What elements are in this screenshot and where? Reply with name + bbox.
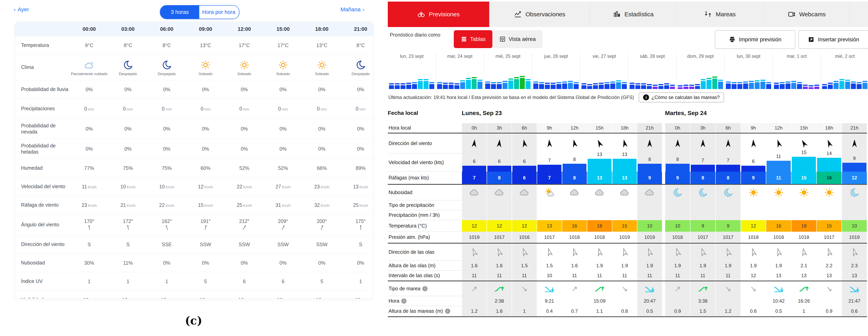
toggle-tablas[interactable]: Tablas [454, 30, 492, 48]
how-tides-link[interactable]: i ¿Cómo se calculan las mareas? [639, 92, 724, 102]
row-label: Nubosidad [388, 185, 462, 200]
tab-observaciones[interactable]: Observaciones [489, 2, 590, 27]
value-cell: 0% [341, 146, 373, 152]
info-icon[interactable]: i [445, 309, 450, 314]
wind-angle-cell: 170° [70, 219, 108, 231]
day-column[interactable]: mié, 2 oct [821, 53, 868, 89]
value-cell: 31Km/h [264, 202, 303, 208]
day-column[interactable]: mié, 25 sept [484, 53, 532, 89]
tide-type-cell: ↘ [741, 281, 766, 296]
day-column[interactable]: sáb, 28 sept [628, 53, 676, 89]
gust-cell: 9 [665, 172, 690, 184]
print-forecast-button[interactable]: Imprimir previsión [715, 30, 795, 49]
tide-height-cell: 0.9 [817, 306, 842, 316]
wind-bar [460, 82, 465, 89]
day-column[interactable]: mar, 24 sept [436, 53, 484, 89]
tab-mareas[interactable]: Mareas [677, 2, 764, 27]
day-column[interactable]: mar, 1 oct [773, 53, 821, 89]
tide-height-cell: 0.6 [741, 306, 766, 316]
precip-type-cell [612, 200, 637, 210]
value-cell: 8°C [108, 42, 147, 48]
day-column[interactable]: vie, 27 sept [580, 53, 628, 89]
tide-height-row: Altura de las mareas (m)i1.21.610.40.71.… [388, 306, 867, 316]
row-probabilidad-de-heladas: Probabilidad de heladas0%0%0%0%0%0%0%0% [15, 139, 373, 159]
wind-direction-cell [842, 134, 867, 154]
tide-type-cell [637, 281, 662, 296]
tab-previsiones[interactable]: Previsiones [388, 2, 489, 27]
day-column[interactable]: lun, 30 sept [724, 53, 773, 89]
wave-direction-cell [716, 244, 741, 261]
value-cell: 0% [147, 126, 186, 132]
row-label: Probabilidad de nevada [15, 123, 70, 135]
cloud-icon [645, 188, 655, 198]
tide-high-icon [595, 284, 604, 294]
cloud-cell [741, 185, 766, 200]
precip-type-cell [716, 200, 741, 210]
toggle-hora-por-hora[interactable]: Hora por hora [199, 6, 238, 19]
row-probabilidad-de-nevada: Probabilidad de nevada0%0%0%0%0%0%0%0% [15, 119, 373, 139]
wind-speed-cell: 14 [817, 154, 842, 172]
day-column[interactable]: dom, 29 sept [676, 53, 724, 89]
day-column[interactable]: lun, 23 sept [388, 53, 436, 89]
wind-speed-cell: 6 [741, 154, 766, 172]
wave-arrow-icon [774, 247, 783, 257]
day-gap [662, 296, 665, 306]
wind-bar [828, 85, 833, 89]
prev-day-link[interactable]: ‹ Ayer [14, 6, 29, 13]
wind-speed-row: Velocidad del viento (kts) 6 6 6 7 8 13 … [388, 154, 867, 172]
info-icon[interactable]: i [422, 286, 428, 291]
next-day-link[interactable]: Mañana › [340, 6, 364, 13]
wind-angle-arrow-icon [203, 225, 209, 231]
wave-arrow-icon [595, 247, 604, 257]
day-column[interactable]: jue, 26 sept [532, 53, 580, 89]
value-cell: 0% [70, 87, 108, 92]
row-temperatura: Temperatura9°C8°C8°C13°C17°C17°C13°C8°C [15, 36, 373, 55]
wind-direction-cell [766, 134, 791, 154]
temperature-cell: 18 [587, 220, 612, 232]
tide-time-cell [512, 296, 537, 306]
row-probabilidad-de-lluvia: Probabilidad de lluvia0%0%0%0%0%0%0%0% [15, 80, 373, 99]
tides-icon [704, 10, 712, 18]
wind-bar [664, 85, 669, 89]
value-cell: 0mm [303, 106, 341, 112]
tide-time-cell [612, 296, 637, 306]
ten-day-wind-strip[interactable]: lun, 23 sept mar, 24 sept [388, 53, 868, 89]
hour-cell: 12h [766, 123, 791, 133]
info-icon[interactable]: i [401, 298, 406, 304]
wave-direction-cell [817, 244, 842, 261]
tab-label: Estadística [624, 11, 654, 18]
wind-speed-cell: 7 [690, 154, 715, 172]
wind-angle-arrow-icon [358, 225, 364, 231]
value-cell: 10Km [225, 297, 264, 299]
embed-forecast-button[interactable]: Insertar previsión [798, 30, 868, 49]
wave-period-cell: 11 [587, 271, 612, 280]
time-header: 18:00 [303, 26, 341, 32]
wave-period-cell: 13 [842, 271, 867, 280]
tab-estadística[interactable]: Estadística [590, 2, 677, 27]
wave-direction-cell [562, 244, 587, 261]
view-toggle: TablasVista aérea [454, 30, 542, 48]
value-cell: 10Km [186, 297, 225, 299]
value-cell: 1 [341, 278, 373, 284]
pressure-cell: 1018 [665, 232, 690, 243]
tide-type-cell [766, 281, 791, 296]
wind-bar [545, 85, 550, 89]
value-cell: 32Km/h [303, 202, 341, 208]
wind-arrow-icon [494, 138, 504, 148]
wave-period-cell: 11 [690, 271, 715, 280]
day-label: sáb, 28 sept [628, 54, 676, 59]
precip-cell [665, 210, 690, 220]
precip-type-cell [792, 200, 816, 210]
tide-high-icon [799, 284, 809, 294]
wind-bar [437, 84, 442, 89]
day-label: vie, 27 sept [580, 54, 628, 59]
cloud-icon [494, 188, 504, 198]
wind-bar [593, 85, 598, 89]
wind-direction-cell [562, 134, 587, 154]
toggle-vista-aerea[interactable]: Vista aérea [492, 30, 542, 48]
wave-height-cell: 1.6 [487, 261, 512, 271]
toggle-3-horas[interactable]: 3 horas [160, 6, 199, 19]
wave-height-cell: 1.9 [716, 261, 741, 271]
forecast-table: Fecha localLunes, Sep 23Martes, Sep 24Ho… [388, 107, 867, 317]
tab-webcams[interactable]: Webcams [764, 2, 850, 27]
